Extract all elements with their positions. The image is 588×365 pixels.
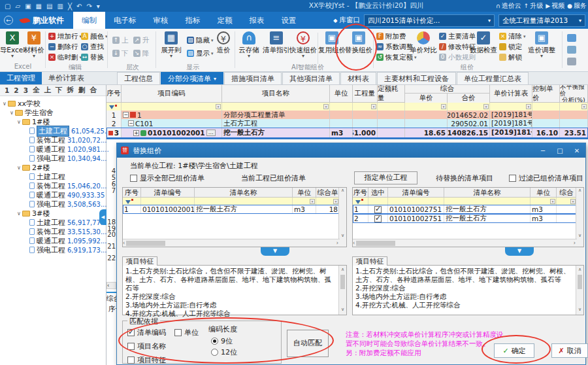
tree-item[interactable]: 3#楼 [0, 209, 106, 218]
filter-cell[interactable]: ▾ [222, 103, 330, 111]
assign-unit-project-button[interactable]: 指定单位工程 [354, 171, 417, 184]
filter-cell[interactable] [353, 198, 368, 205]
tree-item[interactable]: xx学校 [0, 99, 106, 108]
tree-toolbar-button[interactable]: 合 [90, 86, 97, 95]
filter-cell[interactable] [532, 103, 560, 111]
unlock-button[interactable]: 解锁 [499, 52, 522, 62]
maximize-icon[interactable]: □ [551, 147, 568, 154]
quick-access-icon[interactable]: ▾ [97, 3, 100, 10]
hide-button[interactable]: ▧隐藏▾ [187, 35, 214, 45]
vertical-scrollbar[interactable]: ∧∨ [576, 266, 583, 315]
tree-item[interactable]: 装饰工程 31,020,72... [0, 135, 106, 145]
col-header-unbalance[interactable]: 不平衡报价分析(%) [560, 85, 588, 103]
col-header[interactable]: 序号 [353, 188, 368, 198]
coefficient-button[interactable]: ≈系数调整 [376, 42, 413, 52]
panel-collapse-handle[interactable]: ◀ [99, 209, 106, 225]
ellipsis-button[interactable]: … [206, 130, 216, 136]
truncated-tool-icon[interactable] [567, 34, 576, 42]
main-tab[interactable]: 其他项目清单▾ [282, 72, 340, 84]
radio-12-digit[interactable]: 12位 [211, 347, 237, 357]
surcharge-button[interactable]: F附加费 [376, 31, 406, 41]
match-feature-checkbox[interactable]: 项目特征 [127, 355, 166, 365]
col-header[interactable]: 单位 [293, 188, 316, 198]
demote-button[interactable]: ↘降 [133, 48, 150, 58]
col-header[interactable]: 单位 [531, 188, 557, 198]
col-header[interactable]: 序号 [123, 188, 141, 198]
tree-item[interactable]: 土建工程 [0, 172, 106, 181]
table-row[interactable]: 1 010101002001 挖一般土石方 m3 18 [123, 205, 346, 214]
cost-button[interactable]: ¥造价 [213, 30, 234, 64]
tree-item[interactable]: 暖通工程 1,095,992... [0, 236, 106, 245]
tree-toolbar-button[interactable]: 下 [56, 86, 63, 95]
tree-item[interactable]: 土建工程 61,054,25... [0, 126, 106, 135]
menu-tab[interactable]: 编制 [73, 12, 105, 29]
feature-tab[interactable]: 项目特征 [352, 256, 387, 266]
main-tab[interactable]: 主要材料和工程设备▾ [377, 72, 456, 84]
quota-library-select[interactable]: 四川2015清单计价定...▾ [364, 14, 495, 27]
collapse-down-arrow[interactable]: ▼ [261, 247, 289, 256]
quick-access-icon[interactable]: ╳ [68, 3, 72, 10]
promote-button[interactable]: ↗升 [133, 35, 150, 45]
quick-access-icon[interactable]: ▤ [46, 3, 52, 10]
quick-access-icon[interactable]: ↶ [76, 3, 82, 10]
target-list-table[interactable]: 序号 选中 清单编号 清单名称 单位 综合 ▾▾ 1 010101002751 … [352, 187, 584, 247]
quick-price-button[interactable]: ¥快速组价▾ [290, 30, 316, 64]
material-price-button[interactable]: ¥材料价▾ [24, 30, 44, 64]
cloud-store-button[interactable]: ∩云存储▾ [237, 30, 261, 64]
tree-item[interactable]: 装饰工程 33,515,30... [0, 227, 106, 236]
filter-cell[interactable] [123, 198, 141, 205]
app-logo[interactable]: 鹏业软件 [20, 15, 64, 26]
feature-tab[interactable]: 项目特征 [122, 256, 157, 266]
filter-cell[interactable] [330, 103, 353, 111]
tree-expander-icon[interactable] [16, 211, 22, 217]
collapse-icon[interactable]: − [128, 120, 134, 126]
tree-item[interactable]: 土建工程 56,917,77... [0, 218, 106, 227]
col-header-seq[interactable]: 序号 [106, 85, 122, 103]
cell-selected[interactable] [368, 205, 388, 214]
main-tab[interactable]: 单位工程量汇总表▾ [457, 72, 529, 84]
menu-tab[interactable]: 电子标 [105, 12, 145, 29]
menu-tab[interactable]: 定额 [209, 12, 241, 29]
tab-unit-price-calc[interactable]: 单价计算表 [42, 72, 91, 84]
cost-adjust-button[interactable]: ▣造价调整▾ [527, 30, 557, 64]
titlebar-tool-button[interactable]: ●服务 [567, 1, 587, 10]
price-compare-button[interactable]: 单价对比 [409, 30, 438, 64]
radio-9-digit[interactable]: 9位 [211, 336, 233, 346]
tree-toolbar-button[interactable]: 全 [33, 86, 40, 95]
tree-item[interactable]: 暖通工程 490,933.35 [0, 190, 106, 200]
list-standard-select[interactable]: 全统工程量清单2013▾ [498, 14, 585, 27]
menu-tab[interactable]: 指标 [177, 12, 209, 29]
clear-button[interactable]: ×清除▾ [499, 31, 526, 41]
collapse-icon[interactable]: − [123, 112, 129, 118]
quick-access-icon[interactable]: ▣ [25, 3, 31, 10]
horizontal-scrollbar[interactable]: ‹› [353, 239, 577, 247]
col-header-price[interactable]: 单价 [405, 94, 448, 103]
filter-cell[interactable]: ▾ [122, 103, 222, 111]
find-button[interactable]: ○查找 [81, 42, 104, 52]
match-code-checkbox[interactable]: 清单编码 [127, 328, 166, 338]
main-tab[interactable]: 措施项目清单▾ [224, 72, 282, 84]
move-down-button[interactable]: ↓下 [112, 48, 129, 58]
export-excel-button[interactable]: X导Excel▾ [1, 30, 24, 64]
filter-cell[interactable] [106, 103, 122, 111]
filter-cell[interactable]: ▾ [448, 103, 490, 111]
col-header[interactable]: 清单名称 [444, 188, 531, 198]
tree-item[interactable]: 学生宿舍 [0, 108, 106, 117]
grid-row-item-selected[interactable]: 3 +010101002001… 挖一般土石方 m3 7651.000 18.6… [106, 128, 588, 138]
tree-item[interactable]: 暖通工程 1,020,981.... [0, 145, 106, 154]
tab-project-manage[interactable]: 工程管理 [0, 72, 42, 84]
vertical-scrollbar[interactable]: ∧∨ [576, 188, 583, 247]
col-header-qty[interactable]: 工程量 [353, 85, 378, 103]
col-header[interactable]: 选中 [368, 188, 388, 198]
col-header-calc-sheet[interactable]: 单价计算表 [490, 85, 532, 103]
lock-button[interactable]: 锁定 [499, 42, 522, 52]
tree-toolbar-button[interactable]: 删 [78, 86, 86, 95]
priced-list-table[interactable]: 序号 清单编号 清单名称 单位 综合单 ▾▾ 1 010101002001 挖一… [122, 187, 347, 247]
titlebar-tool-button[interactable]: ↑升级 [524, 1, 544, 10]
tree-toolbar-button[interactable]: 拆 [67, 86, 74, 95]
tree-expander-icon[interactable] [8, 110, 15, 116]
quick-access-icon[interactable]: ↷ [86, 3, 91, 10]
scrollbar-fragment[interactable]: ‹ [106, 282, 116, 289]
col-header[interactable]: 清单编号 [141, 188, 195, 198]
grid-row-group[interactable]: 2 −C101 土石方工程 290502.01 [2019]181号 [106, 119, 588, 128]
